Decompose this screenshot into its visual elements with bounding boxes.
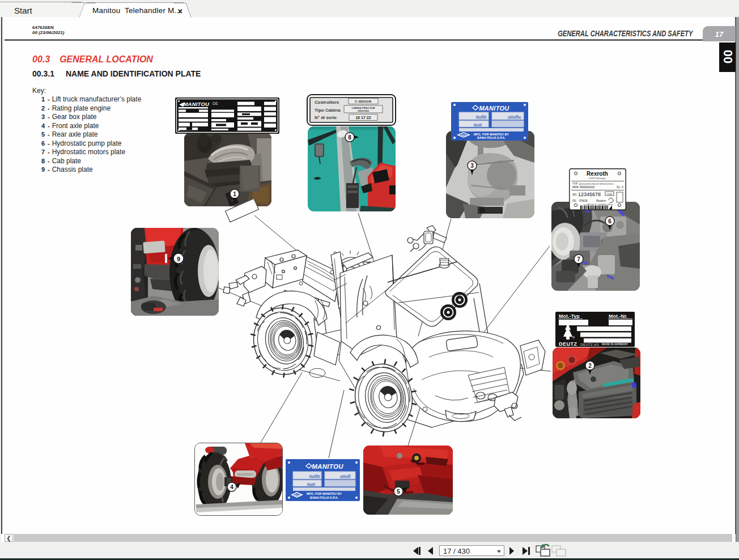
svg-text:17 / 430: 17 / 430 [443,547,470,555]
svg-text:SC: X: SC: X [617,186,623,189]
svg-text:D-89275 Elchingen: D-89275 Elchingen [589,177,606,180]
svg-text:CABINA PR801 E2B: CABINA PR801 E2B [351,107,375,109]
svg-text:FD:: FD: [572,200,576,202]
svg-text:BANA ITALIA S.P.A.: BANA ITALIA S.P.A. [477,136,506,139]
svg-text:DEUTZ AG: DEUTZ AG [580,343,599,346]
svg-text:Tipo Cabina: Tipo Cabina [315,108,341,113]
svg-text:Rexroth: Rexroth [587,171,608,177]
svg-text:4: 4 [230,484,233,490]
svg-text:SN:: SN: [572,193,577,196]
svg-text:Rotation:: Rotation: [596,200,606,202]
svg-text:00022364: 00022364 [358,109,369,112]
svg-text:Mot.-Nr.: Mot.-Nr. [609,313,628,319]
svg-text:◀MANITOU: ◀MANITOU [179,101,210,107]
svg-text:▅▆▅▇: ▅▆▅▇ [339,474,351,478]
svg-text:MADE IN GERMANY: MADE IN GERMANY [602,343,628,346]
svg-text:n = 3000 minˉ P = 200 kW m 2: n = 3000 minˉ P = 200 kW m 200 kg [584,203,613,206]
svg-text:6: 6 [608,218,611,224]
svg-text:12345678: 12345678 [578,192,601,197]
svg-text:MANITOU: MANITOU [312,463,343,470]
svg-text:Costruttore: Costruttore [315,100,339,105]
svg-text:Made in Germany: Made in Germany [589,208,604,210]
svg-text:5: 5 [397,489,400,495]
svg-text:BANA: BANA [461,134,466,137]
svg-text:BANA ITALIA S.P.A.: BANA ITALIA S.P.A. [310,496,339,499]
svg-text:MFG. FOR MANITOU BY: MFG. FOR MANITOU BY [307,492,342,495]
svg-text:▅▆▅▇▅: ▅▆▅▇▅ [507,115,521,119]
svg-text:MANITOU: MANITOU [479,105,509,112]
svg-text:BANA: BANA [295,494,300,497]
svg-text:MNR: R900000000: MNR: R900000000 [572,186,595,189]
svg-text:E: 080001648: E: 080001648 [355,100,372,103]
svg-text:DEUTZ: DEUTZ [559,341,577,347]
svg-text:2: 2 [588,363,592,369]
svg-text:1: 1 [233,191,236,197]
svg-text:▆▅▇▆: ▆▅▇▆ [475,115,487,119]
svg-text:N° di serie: N° di serie [315,115,337,120]
svg-text:TYP:: TYP: [572,183,578,185]
svg-text:▆▅▆: ▆▅▆ [307,482,315,486]
svg-text:7200: 7200 [607,193,613,196]
svg-text:3: 3 [470,163,474,169]
svg-text:7: 7 [577,256,580,262]
svg-text:8: 8 [348,134,351,141]
svg-text:▆▅▇▆: ▆▅▇▆ [309,474,320,478]
svg-text:A4VG110EP2D2M0/32R-NSF02F021SH: A4VG110EP2D2M0/32R-NSF02F021SH-S [579,183,614,185]
svg-text:MANITOU: MANITOU [237,473,253,476]
svg-text:9: 9 [177,256,180,262]
svg-text:Mot.-Typ: Mot.-Typ [559,313,580,319]
svg-text:10 17 22: 10 17 22 [355,116,371,120]
svg-text:97W28: 97W28 [579,200,588,202]
svg-text:▆▅▆: ▆▅▆ [473,123,482,127]
svg-text:CЄ: CЄ [213,101,218,105]
